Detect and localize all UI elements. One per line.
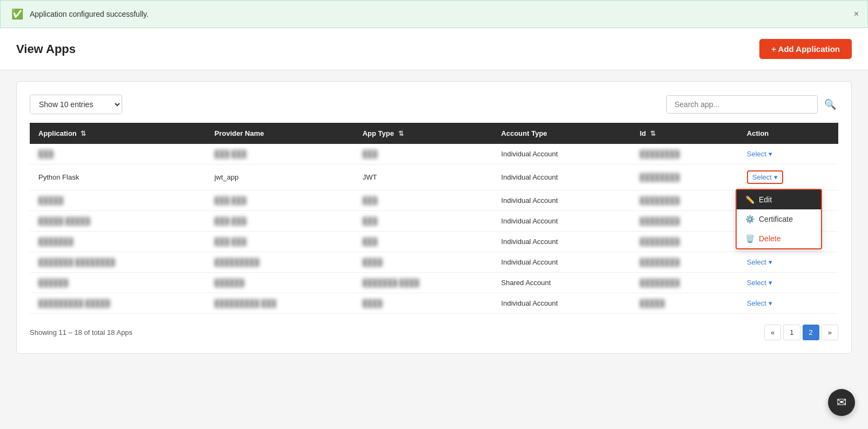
table-cell: ████████: [631, 164, 738, 190]
delete-label: Delete: [759, 234, 780, 243]
table-row: ████████ ██████Individual Account███████…: [30, 190, 838, 211]
add-application-button[interactable]: + Add Application: [759, 39, 852, 59]
page-header: View Apps + Add Application: [0, 28, 868, 70]
certificate-label: Certificate: [759, 215, 793, 223]
table-row: █████ ████████ ██████Individual Account█…: [30, 211, 838, 232]
table-controls: Show 10 entries Show 25 entries Show 50 …: [30, 95, 838, 114]
select-button[interactable]: Select ▾: [747, 150, 772, 158]
table-cell: Python Flask: [30, 164, 206, 190]
entries-select[interactable]: Show 10 entries Show 25 entries Show 50 …: [30, 95, 122, 114]
sort-icon-application: ⇅: [81, 130, 86, 137]
table-cell: ███ ███: [206, 190, 354, 211]
apps-table: Application ⇅ Provider Name App Type ⇅ A…: [30, 123, 838, 314]
pagination-next[interactable]: »: [822, 325, 838, 340]
table-cell: ███ ███: [206, 144, 354, 164]
table-cell: Individual Account: [492, 190, 631, 211]
col-provider-name: Provider Name: [206, 123, 354, 144]
select-button[interactable]: Select ▾: [747, 258, 772, 266]
table-cell: █████████ ███: [206, 293, 354, 314]
col-action: Action: [738, 123, 838, 144]
search-button[interactable]: 🔍: [822, 96, 838, 113]
table-cell: ███ ███: [206, 211, 354, 232]
sort-icon-app-type: ⇅: [398, 130, 404, 137]
table-row: ███████████████████ ████Shared Account██…: [30, 273, 838, 293]
card: Show 10 entries Show 25 entries Show 50 …: [16, 81, 852, 354]
table-cell: ████████: [631, 144, 738, 164]
table-cell: ████████: [631, 190, 738, 211]
table-cell: Individual Account: [492, 293, 631, 314]
main-content: Show 10 entries Show 25 entries Show 50 …: [0, 70, 868, 365]
table-cell: Individual Account: [492, 252, 631, 273]
table-cell: █████: [631, 293, 738, 314]
table-cell: Individual Account: [492, 211, 631, 232]
banner-close-button[interactable]: ×: [854, 9, 859, 19]
success-banner: ✅ Application configured successfully. ×: [0, 0, 868, 28]
table-cell: ██████: [206, 273, 354, 293]
table-cell: ███ ███: [206, 232, 354, 252]
search-input[interactable]: [666, 95, 818, 114]
check-icon: ✅: [11, 8, 23, 20]
table-row: ███████ █████████████████████Individual …: [30, 252, 838, 273]
table-cell: ████████: [631, 252, 738, 273]
dropdown-certificate-item[interactable]: ⚙️ Certificate: [737, 209, 821, 229]
banner-message: Application configured successfully.: [30, 10, 149, 18]
col-app-type: App Type ⇅: [354, 123, 493, 144]
page-title: View Apps: [16, 42, 76, 56]
dropdown-edit-item[interactable]: ✏️ Edit: [737, 190, 821, 209]
table-cell: ███: [354, 232, 493, 252]
action-cell: Select ▾: [738, 293, 838, 314]
action-cell: Select ▾: [738, 164, 838, 190]
col-id: Id ⇅: [631, 123, 738, 144]
table-row: Python Flaskjwt_appJWTIndividual Account…: [30, 164, 838, 190]
table-cell: Shared Account: [492, 273, 631, 293]
pagination-page-1[interactable]: 1: [783, 325, 800, 340]
table-header-row: Application ⇅ Provider Name App Type ⇅ A…: [30, 123, 838, 144]
edit-label: Edit: [759, 195, 772, 204]
table-cell: ███████ ████: [354, 273, 493, 293]
table-cell: █████████: [206, 252, 354, 273]
pagination: « 1 2 »: [764, 325, 838, 340]
select-button[interactable]: Select ▾: [747, 299, 772, 307]
action-cell: Select ▾: [738, 252, 838, 273]
table-cell: ███████: [30, 232, 206, 252]
table-cell: █████: [30, 190, 206, 211]
table-cell: ██████: [30, 273, 206, 293]
table-cell: ███: [354, 211, 493, 232]
col-application: Application ⇅: [30, 123, 206, 144]
table-row: ██████ ██████Individual Account████████S…: [30, 144, 838, 164]
table-cell: Individual Account: [492, 232, 631, 252]
select-button[interactable]: Select ▾: [747, 279, 772, 287]
table-cell: █████ █████: [30, 211, 206, 232]
table-cell: ████: [354, 252, 493, 273]
pagination-page-2[interactable]: 2: [803, 325, 819, 340]
dropdown-delete-item[interactable]: 🗑️ Delete: [737, 229, 821, 248]
table-cell: ███: [30, 144, 206, 164]
edit-icon: ✏️: [745, 195, 755, 204]
action-dropdown: ✏️ Edit ⚙️ Certificate 🗑️ Delete: [736, 189, 822, 249]
table-cell: ████████: [631, 232, 738, 252]
table-cell: jwt_app: [206, 164, 354, 190]
table-cell: ███: [354, 144, 493, 164]
table-cell: ███████ ████████: [30, 252, 206, 273]
col-account-type: Account Type: [492, 123, 631, 144]
table-cell: ████████: [631, 211, 738, 232]
pagination-prev[interactable]: «: [764, 325, 781, 340]
action-cell: Select ▾: [738, 144, 838, 164]
table-cell: JWT: [354, 164, 493, 190]
table-row: █████████ ██████████████ ███████Individu…: [30, 293, 838, 314]
table-cell: Individual Account: [492, 144, 631, 164]
table-cell: █████████ █████: [30, 293, 206, 314]
table-cell: ███: [354, 190, 493, 211]
table-footer: Showing 11 – 18 of total 18 Apps « 1 2 »: [30, 325, 838, 340]
showing-text: Showing 11 – 18 of total 18 Apps: [30, 328, 132, 336]
table-cell: ████: [354, 293, 493, 314]
search-container: 🔍: [666, 95, 838, 114]
action-cell: Select ▾: [738, 273, 838, 293]
certificate-icon: ⚙️: [745, 215, 755, 223]
sort-icon-id: ⇅: [650, 130, 656, 137]
table-cell: ████████: [631, 273, 738, 293]
delete-icon: 🗑️: [745, 234, 755, 243]
table-row: ██████████ ██████Individual Account█████…: [30, 232, 838, 252]
table-cell: Individual Account: [492, 164, 631, 190]
select-button[interactable]: Select ▾: [747, 170, 783, 184]
